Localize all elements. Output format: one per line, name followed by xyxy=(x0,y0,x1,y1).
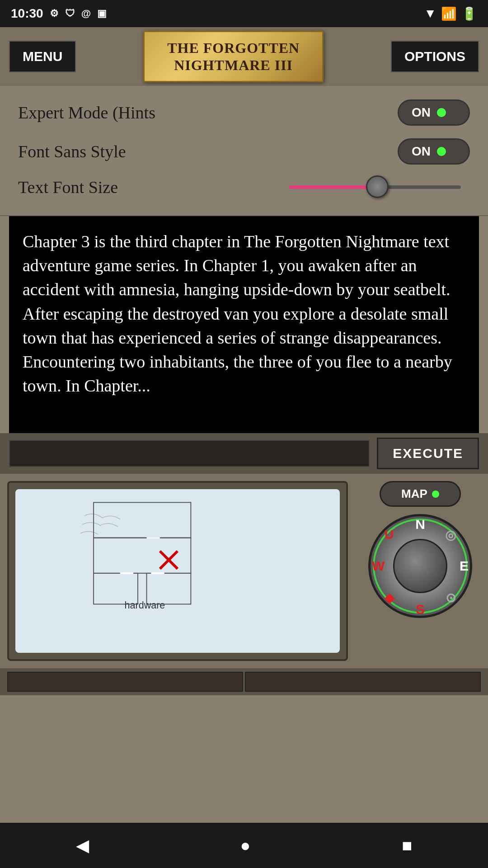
font-sans-dot xyxy=(437,147,446,156)
font-sans-row: Font Sans Style ON xyxy=(18,138,470,165)
settings-icon: ⚙ xyxy=(50,8,59,19)
map-active-dot xyxy=(432,491,439,498)
expert-mode-value: ON xyxy=(412,105,431,120)
title-line2: NIGHTMARE III xyxy=(167,57,300,74)
compass-sw-icon: ◆ xyxy=(385,590,394,605)
compass-south-label: S xyxy=(416,602,425,617)
extra-panel-row xyxy=(0,668,488,695)
clock: 10:30 xyxy=(11,6,43,21)
map-panel: hardware xyxy=(7,481,348,661)
game-text: Chapter 3 is the third chapter in The Fo… xyxy=(23,230,465,398)
bottom-nav-bar: ◀ ● ■ xyxy=(0,823,488,868)
font-size-slider-track xyxy=(289,185,461,189)
title-banner: THE FORGOTTEN NIGHTMARE III xyxy=(143,31,324,83)
title-line1: THE FORGOTTEN xyxy=(167,39,300,57)
recent-button[interactable]: ■ xyxy=(402,836,413,855)
settings-panel: Expert Mode (Hints ON Font Sans Style ON… xyxy=(0,86,488,216)
extra-panel-btn-2 xyxy=(245,672,481,692)
compass-nw-icon: U xyxy=(385,528,394,542)
font-sans-value: ON xyxy=(412,144,431,159)
status-right: ▼ 📶 🔋 xyxy=(424,6,477,21)
battery-icon: 🔋 xyxy=(461,6,477,21)
text-content-area: Chapter 3 is the third chapter in The Fo… xyxy=(9,216,479,433)
expert-mode-label: Expert Mode (Hints xyxy=(18,103,155,123)
compass-center-knob[interactable] xyxy=(393,539,447,593)
compass-north-label: N xyxy=(415,517,425,532)
sim-icon: ▣ xyxy=(97,8,107,19)
font-sans-label: Font Sans Style xyxy=(18,142,126,161)
map-svg: hardware xyxy=(15,489,340,653)
compass-ne-icon: ◎ xyxy=(445,528,456,542)
compass-panel: MAP N S E W U ◎ ◆ ⊙ xyxy=(352,474,488,668)
expert-mode-row: Expert Mode (Hints ON xyxy=(18,99,470,126)
expert-mode-toggle[interactable]: ON xyxy=(398,99,470,126)
text-font-size-row: Text Font Size xyxy=(18,177,470,197)
font-size-slider-container xyxy=(289,185,470,189)
at-icon: @ xyxy=(81,8,91,19)
svg-rect-2 xyxy=(94,573,138,604)
signal-icon: 📶 xyxy=(441,6,457,21)
shield-icon: 🛡 xyxy=(65,8,75,19)
extra-panel-btn-1 xyxy=(7,672,243,692)
text-font-size-label: Text Font Size xyxy=(18,177,118,197)
back-button[interactable]: ◀ xyxy=(76,835,89,855)
execute-button[interactable]: EXECUTE xyxy=(377,438,479,469)
svg-rect-3 xyxy=(147,573,191,604)
svg-text:hardware: hardware xyxy=(125,600,165,611)
map-inner: hardware xyxy=(15,489,340,653)
map-toggle-button[interactable]: MAP xyxy=(380,481,461,507)
font-sans-toggle[interactable]: ON xyxy=(398,138,470,165)
status-left: 10:30 ⚙ 🛡 @ ▣ xyxy=(11,6,107,21)
top-nav: MENU THE FORGOTTEN NIGHTMARE III OPTIONS xyxy=(0,27,488,86)
font-size-slider-thumb[interactable] xyxy=(366,175,389,198)
expert-mode-dot xyxy=(437,108,446,117)
status-bar: 10:30 ⚙ 🛡 @ ▣ ▼ 📶 🔋 xyxy=(0,0,488,27)
svg-rect-0 xyxy=(94,502,191,538)
command-input[interactable] xyxy=(9,440,370,467)
compass-se-icon: ⊙ xyxy=(446,590,456,605)
menu-button[interactable]: MENU xyxy=(9,41,76,72)
map-button-label: MAP xyxy=(401,487,427,501)
bottom-panels: hardware MAP N S E W U ◎ ◆ ⊙ xyxy=(0,474,488,668)
wifi-icon: ▼ xyxy=(424,6,436,21)
compass: N S E W U ◎ ◆ ⊙ xyxy=(368,514,472,618)
compass-east-label: E xyxy=(460,558,469,574)
home-button[interactable]: ● xyxy=(240,836,251,855)
options-button[interactable]: OPTIONS xyxy=(391,41,479,72)
command-bar: EXECUTE xyxy=(0,433,488,474)
compass-west-label: W xyxy=(372,558,385,574)
